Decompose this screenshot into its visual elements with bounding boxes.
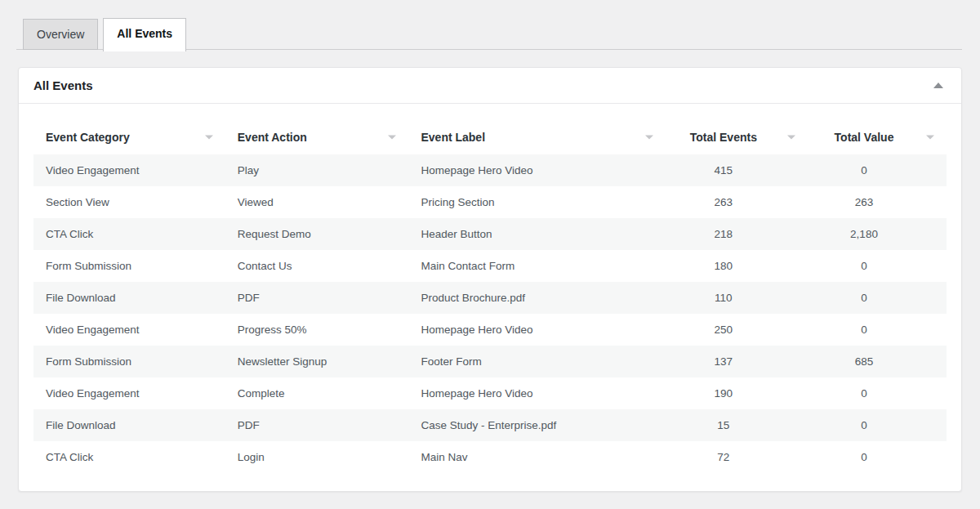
- collapse-up-icon: [933, 83, 943, 88]
- table-cell: Form Submission: [33, 250, 225, 282]
- table-cell: PDF: [225, 409, 409, 441]
- table-cell: Homepage Hero Video: [408, 154, 665, 186]
- column-header-label: Total Events: [690, 131, 757, 144]
- table-cell: 0: [808, 409, 947, 441]
- table-cell: 0: [808, 441, 947, 473]
- table-cell: Login: [225, 441, 409, 473]
- table-cell: 0: [808, 314, 947, 346]
- column-header-label: Event Category: [46, 131, 130, 144]
- table-cell: Header Button: [408, 218, 665, 250]
- table-cell: Video Engagement: [33, 154, 225, 186]
- table-cell: Viewed: [225, 186, 409, 218]
- column-header-event-category[interactable]: Event Category: [33, 119, 225, 154]
- table-row: Video EngagementPlayHomepage Hero Video4…: [33, 154, 947, 186]
- table-cell: Homepage Hero Video: [408, 314, 665, 346]
- table-row: File DownloadPDFCase Study - Enterprise.…: [33, 409, 947, 441]
- table-row: Form SubmissionNewsletter SignupFooter F…: [33, 346, 947, 377]
- table-cell: 250: [666, 314, 808, 346]
- table-cell: Case Study - Enterprise.pdf: [408, 409, 665, 441]
- panel-body: Event Category Event Action Event Label …: [19, 104, 961, 491]
- table-cell: Newsletter Signup: [225, 346, 409, 377]
- table-row: Form SubmissionContact UsMain Contact Fo…: [33, 250, 947, 282]
- column-header-label: Event Label: [421, 131, 485, 144]
- table-cell: File Download: [33, 409, 225, 441]
- table-cell: Product Brochure.pdf: [408, 282, 665, 314]
- table-cell: 180: [666, 250, 808, 282]
- table-cell: PDF: [225, 282, 409, 314]
- table-row: CTA ClickLoginMain Nav720: [33, 441, 947, 473]
- table-cell: 415: [666, 154, 808, 186]
- table-cell: Main Nav: [408, 441, 665, 473]
- table-cell: Video Engagement: [33, 314, 225, 346]
- table-cell: 137: [666, 346, 808, 377]
- sort-icon[interactable]: [926, 135, 934, 139]
- table-row: Section ViewViewedPricing Section263263: [33, 186, 947, 218]
- table-cell: CTA Click: [33, 441, 225, 473]
- table-cell: 0: [808, 250, 947, 282]
- column-header-event-label[interactable]: Event Label: [408, 119, 665, 154]
- table-cell: Pricing Section: [408, 186, 665, 218]
- column-header-total-value[interactable]: Total Value: [808, 119, 947, 154]
- table-cell: 15: [666, 409, 808, 441]
- table-cell: Section View: [33, 186, 225, 218]
- table-cell: 110: [666, 282, 808, 314]
- table-cell: 2,180: [808, 218, 947, 250]
- tab-all-events[interactable]: All Events: [103, 18, 186, 51]
- table-row: CTA ClickRequest DemoHeader Button2182,1…: [33, 218, 947, 250]
- column-header-label: Total Value: [835, 131, 894, 144]
- table-cell: CTA Click: [33, 218, 225, 250]
- table-cell: Homepage Hero Video: [408, 377, 665, 409]
- table-cell: Main Contact Form: [408, 250, 665, 282]
- table-cell: Footer Form: [408, 346, 665, 377]
- column-header-label: Event Action: [238, 131, 307, 144]
- panel-header: All Events: [19, 68, 961, 104]
- sort-icon[interactable]: [205, 135, 213, 139]
- all-events-table: Event Category Event Action Event Label …: [33, 119, 947, 473]
- table-cell: Play: [225, 154, 409, 186]
- table-cell: 263: [666, 186, 808, 218]
- table-cell: Complete: [225, 377, 409, 409]
- table-cell: 72: [666, 441, 808, 473]
- table-cell: 263: [808, 186, 947, 218]
- sort-icon[interactable]: [787, 135, 795, 139]
- table-row: Video EngagementProgress 50%Homepage Her…: [33, 314, 947, 346]
- table-row: File DownloadPDFProduct Brochure.pdf1100: [33, 282, 947, 314]
- table-cell: Contact Us: [225, 250, 409, 282]
- panel-title: All Events: [33, 78, 93, 92]
- table-cell: File Download: [33, 282, 225, 314]
- table-header-row: Event Category Event Action Event Label …: [33, 119, 947, 154]
- sort-icon[interactable]: [388, 135, 396, 139]
- table-cell: 218: [666, 218, 808, 250]
- table-cell: 0: [808, 282, 947, 314]
- events-table-body: Video EngagementPlayHomepage Hero Video4…: [33, 154, 947, 473]
- column-header-event-action[interactable]: Event Action: [225, 119, 409, 154]
- tab-overview[interactable]: Overview: [23, 19, 98, 50]
- table-cell: 0: [808, 154, 947, 186]
- table-cell: Progress 50%: [225, 314, 409, 346]
- table-cell: Request Demo: [225, 218, 409, 250]
- all-events-panel: All Events Event Category Event Action: [18, 67, 962, 492]
- table-row: Video EngagementCompleteHomepage Hero Vi…: [33, 377, 947, 409]
- table-cell: Video Engagement: [33, 377, 225, 409]
- table-cell: 0: [808, 377, 947, 409]
- sort-icon[interactable]: [645, 135, 653, 139]
- table-cell: 190: [666, 377, 808, 409]
- column-header-total-events[interactable]: Total Events: [666, 119, 808, 154]
- tab-bar: Overview All Events: [16, 0, 962, 50]
- table-cell: 685: [808, 346, 947, 377]
- table-cell: Form Submission: [33, 346, 225, 377]
- collapse-toggle-button[interactable]: [930, 79, 947, 92]
